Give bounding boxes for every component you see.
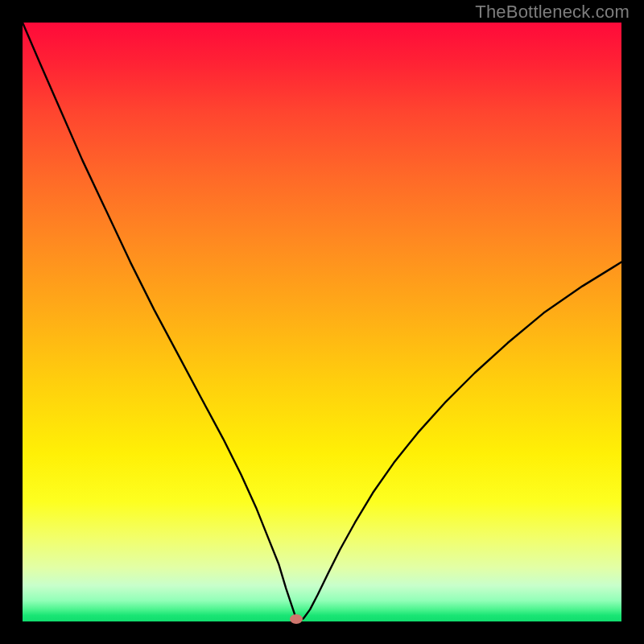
bottleneck-curve xyxy=(23,23,621,621)
chart-frame: TheBottleneck.com xyxy=(0,0,644,644)
watermark-text: TheBottleneck.com xyxy=(475,2,630,23)
minimum-marker xyxy=(290,614,303,624)
